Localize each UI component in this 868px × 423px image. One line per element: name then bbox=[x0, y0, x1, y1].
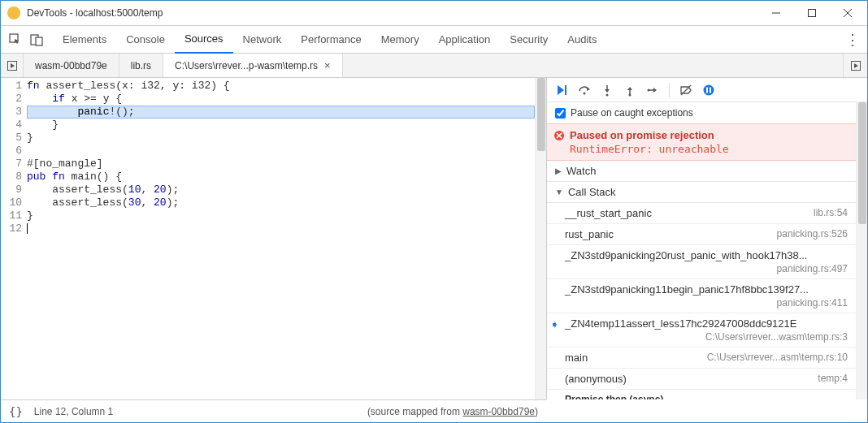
svg-marker-11 bbox=[558, 85, 564, 95]
frame-fn: _ZN4temp11assert_less17hc29247008ddc9121… bbox=[565, 317, 796, 330]
frame-fn: __rust_start_panic bbox=[565, 207, 652, 219]
line-gutter: 123456789101112 bbox=[1, 78, 27, 399]
status-bar: {} Line 12, Column 1 (source mapped from… bbox=[1, 399, 546, 422]
svg-point-17 bbox=[606, 93, 609, 96]
source-mapped: (source mapped from wasm-00bbd79e) bbox=[367, 406, 538, 417]
svg-marker-8 bbox=[11, 63, 15, 68]
svg-marker-13 bbox=[587, 87, 590, 91]
async-divider: Promise.then (async) bbox=[547, 390, 856, 399]
tab-memory[interactable]: Memory bbox=[371, 26, 429, 54]
app-icon bbox=[7, 6, 20, 19]
callstack-frame[interactable]: _ZN3std9panicking20rust_panic_with_hook1… bbox=[547, 245, 856, 279]
svg-marker-16 bbox=[605, 89, 610, 93]
scrollbar-thumb[interactable] bbox=[858, 102, 866, 224]
callstack-frame-current[interactable]: ➧_ZN4temp11assert_less17hc29247008ddc912… bbox=[547, 313, 856, 347]
watch-section[interactable]: ▶Watch bbox=[547, 161, 856, 182]
current-frame-arrow-icon: ➧ bbox=[550, 318, 559, 330]
close-tab-icon[interactable]: × bbox=[324, 59, 331, 71]
code-editor[interactable]: 123456789101112 fn assert_less(x: i32, y… bbox=[1, 78, 546, 399]
frame-loc: panicking.rs:497 bbox=[565, 263, 848, 274]
window-title: DevTools - localhost:5000/temp bbox=[27, 7, 758, 19]
svg-rect-12 bbox=[565, 85, 566, 95]
step-out-button[interactable] bbox=[620, 80, 640, 100]
source-map-link[interactable]: wasm-00bbd79e bbox=[462, 406, 535, 417]
paused-title: Paused on promise rejection bbox=[570, 129, 848, 141]
svg-rect-27 bbox=[710, 87, 711, 93]
debugger-scrollbar[interactable] bbox=[856, 102, 867, 399]
tab-security[interactable]: Security bbox=[500, 26, 558, 54]
svg-point-23 bbox=[648, 88, 650, 91]
callstack-frame[interactable]: __rust_start_paniclib.rs:54 bbox=[547, 203, 856, 224]
svg-rect-26 bbox=[706, 87, 708, 93]
devtools-main-tabs: Elements Console Sources Network Perform… bbox=[53, 26, 606, 54]
pause-caught-row: Pause on caught exceptions bbox=[547, 102, 856, 123]
frame-loc: C:\Users\rrever...wasm\temp.rs:3 bbox=[565, 331, 848, 343]
step-into-button[interactable] bbox=[597, 80, 617, 100]
source-tab-1[interactable]: lib.rs bbox=[119, 54, 163, 77]
callstack-frame[interactable]: _ZN3std9panicking11begin_panic17hf8bbc13… bbox=[547, 279, 856, 313]
tab-elements[interactable]: Elements bbox=[53, 26, 116, 54]
devtools-toolbar: Elements Console Sources Network Perform… bbox=[1, 26, 867, 54]
scrollbar-thumb[interactable] bbox=[537, 78, 545, 151]
callstack-frame[interactable]: rust_panicpanicking.rs:526 bbox=[547, 224, 856, 245]
more-menu-icon[interactable]: ⋮ bbox=[843, 31, 862, 49]
source-tab-2[interactable]: C:\Users\rrever...p-wasm\temp.rs× bbox=[163, 54, 343, 77]
frame-fn: _ZN3std9panicking11begin_panic17hf8bbc13… bbox=[565, 283, 809, 296]
inspect-element-icon[interactable] bbox=[6, 30, 25, 50]
source-tab-label: lib.rs bbox=[131, 60, 151, 71]
expand-icon: ▼ bbox=[555, 188, 563, 196]
tab-network[interactable]: Network bbox=[233, 26, 292, 54]
tab-console[interactable]: Console bbox=[116, 26, 175, 54]
callstack-frame[interactable]: (anonymous)temp:4 bbox=[547, 369, 856, 390]
source-tab-label: wasm-00bbd79e bbox=[35, 60, 107, 71]
frame-fn: (anonymous) bbox=[565, 373, 627, 385]
svg-marker-19 bbox=[627, 87, 632, 90]
pause-on-exceptions-button[interactable] bbox=[699, 80, 718, 100]
step-button[interactable] bbox=[643, 80, 662, 100]
frame-fn: main bbox=[565, 352, 588, 364]
pause-caught-label: Pause on caught exceptions bbox=[571, 107, 693, 119]
svg-point-20 bbox=[629, 93, 631, 96]
svg-rect-1 bbox=[809, 10, 816, 17]
svg-point-25 bbox=[704, 84, 714, 95]
debugger-toggle-icon[interactable] bbox=[843, 54, 867, 77]
watch-label: Watch bbox=[566, 165, 596, 177]
debugger-body: Pause on caught exceptions Paused on pro… bbox=[547, 102, 867, 399]
frame-loc: temp:4 bbox=[818, 373, 848, 384]
cursor-position: Line 12, Column 1 bbox=[34, 406, 113, 417]
resume-button[interactable] bbox=[552, 80, 571, 100]
tab-application[interactable]: Application bbox=[429, 26, 501, 54]
navigator-toggle-icon[interactable] bbox=[1, 54, 24, 77]
tab-sources[interactable]: Sources bbox=[175, 26, 233, 54]
frame-fn: _ZN3std9panicking20rust_panic_with_hook1… bbox=[565, 249, 807, 261]
maximize-button[interactable] bbox=[794, 2, 830, 24]
tab-audits[interactable]: Audits bbox=[558, 26, 606, 54]
code-body[interactable]: fn assert_less(x: i32, y: i32) { if x >=… bbox=[27, 78, 535, 399]
collapse-icon: ▶ bbox=[555, 166, 562, 175]
editor-scrollbar[interactable] bbox=[535, 78, 546, 399]
source-tab-label: C:\Users\rrever...p-wasm\temp.rs bbox=[175, 60, 318, 71]
content-area: 123456789101112 fn assert_less(x: i32, y… bbox=[1, 78, 867, 399]
svg-marker-10 bbox=[854, 63, 858, 68]
deactivate-breakpoints-button[interactable] bbox=[676, 80, 696, 100]
frame-loc: panicking.rs:526 bbox=[777, 228, 848, 240]
tab-performance[interactable]: Performance bbox=[291, 26, 371, 54]
frame-loc: panicking.rs:411 bbox=[565, 297, 848, 309]
error-icon bbox=[553, 130, 565, 141]
window-titlebar: DevTools - localhost:5000/temp bbox=[1, 1, 867, 26]
callstack-frame[interactable]: mainC:\Users\rrever...asm\temp.rs:10 bbox=[547, 347, 856, 369]
source-tab-0[interactable]: wasm-00bbd79e bbox=[24, 54, 119, 77]
frame-loc: lib.rs:54 bbox=[814, 207, 848, 218]
pause-caught-checkbox[interactable] bbox=[555, 108, 566, 119]
minimize-button[interactable] bbox=[758, 2, 794, 24]
frame-loc: C:\Users\rrever...asm\temp.rs:10 bbox=[707, 352, 848, 363]
device-toolbar-icon[interactable] bbox=[27, 30, 46, 50]
callstack-label: Call Stack bbox=[568, 186, 616, 198]
callstack-section[interactable]: ▼Call Stack bbox=[547, 182, 856, 203]
close-button[interactable] bbox=[830, 2, 866, 24]
svg-point-14 bbox=[584, 92, 586, 94]
format-icon[interactable]: {} bbox=[9, 405, 23, 418]
debugger-toolbar bbox=[547, 78, 867, 102]
step-over-button[interactable] bbox=[575, 80, 594, 100]
svg-rect-6 bbox=[36, 37, 42, 45]
